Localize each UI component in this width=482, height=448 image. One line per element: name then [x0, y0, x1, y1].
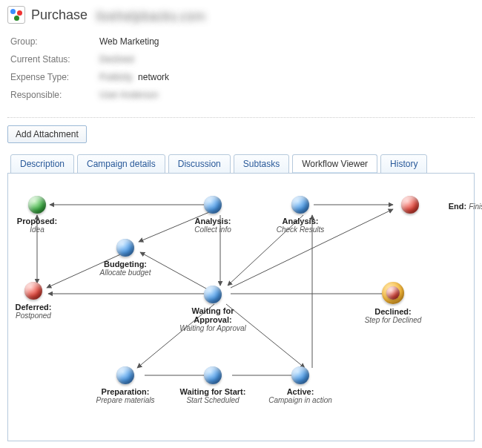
tab-subtasks[interactable]: Subtasks: [234, 154, 289, 174]
add-attachment-button[interactable]: Add Attachment: [7, 125, 87, 143]
field-value-expense-suffix: network: [138, 72, 169, 82]
field-value-group: Web Marketing: [99, 36, 159, 47]
node-ball-declined[interactable]: [382, 282, 404, 304]
node-sub-deferred: Postponed: [0, 312, 70, 320]
node-ball-deferred[interactable]: [24, 282, 42, 300]
node-deferred: Deferred:Postponed: [0, 282, 70, 320]
node-ball-analysis2[interactable]: [291, 196, 309, 214]
node-title-analysis1: Analysis:: [176, 217, 250, 225]
node-title-deferred: Deferred:: [0, 303, 70, 312]
node-ball-waitappr[interactable]: [204, 286, 222, 303]
tab-history[interactable]: History: [380, 154, 427, 174]
node-end: End: Finished: [378, 196, 482, 217]
node-ball-budgeting[interactable]: [116, 239, 134, 257]
svg-line-3: [228, 215, 303, 286]
divider: [7, 117, 475, 118]
svg-line-9: [231, 209, 393, 288]
svg-line-6: [140, 252, 213, 292]
svg-line-11: [137, 304, 214, 368]
tab-workflow[interactable]: Workflow Viewer: [292, 154, 377, 174]
node-sub-declined: Step for Declined: [356, 316, 430, 324]
node-active: Active:Campaign in action: [263, 366, 337, 404]
node-ball-analysis1[interactable]: [204, 196, 222, 214]
page-title-blurred: livehelpbacks.com: [96, 9, 222, 21]
node-title-budgeting: Budgeting:: [88, 260, 162, 269]
node-sub-active: Campaign in action: [263, 396, 337, 404]
node-sub-waitstart: Start Scheduled: [176, 396, 250, 404]
svg-line-5: [139, 211, 213, 242]
svg-line-12: [226, 304, 305, 368]
node-preparation: Preparation:Prepare materials: [88, 366, 162, 404]
node-waitappr: Waiting for Approval:Waiting for Approva…: [176, 286, 250, 332]
field-value-responsible: User Anderson: [99, 90, 158, 100]
node-title-end: End:: [449, 202, 466, 211]
workflow-diagram: Proposed:IdeaAnalysis:Collect infoAnalys…: [11, 181, 471, 426]
tab-description[interactable]: Description: [10, 154, 74, 174]
node-title-preparation: Preparation:: [88, 387, 162, 396]
field-label-responsible: Responsible:: [10, 90, 99, 100]
node-waitstart: Waiting for Start:Start Scheduled: [176, 366, 250, 404]
node-analysis2: Analysis:Check Results: [263, 196, 337, 234]
node-proposed: Proposed:Idea: [0, 196, 74, 234]
node-budgeting: Budgeting:Allocate budget: [88, 239, 162, 277]
node-title-waitappr: Waiting for Approval:: [176, 306, 250, 324]
node-declined: Declined:Step for Declined: [356, 282, 430, 324]
node-ball-active[interactable]: [291, 366, 309, 384]
field-label-status: Current Status:: [10, 54, 99, 65]
node-sub-budgeting: Allocate budget: [88, 269, 162, 277]
node-sub-preparation: Prepare materials: [88, 396, 162, 404]
page-title-row: Purchase livehelpbacks.com: [7, 6, 475, 24]
node-analysis1: Analysis:Collect info: [176, 196, 250, 234]
node-title-analysis2: Analysis:: [263, 217, 337, 225]
page-title: Purchase: [31, 7, 88, 23]
detail-fields: Group: Web Marketing Current Status: Dec…: [10, 33, 475, 104]
svg-line-7: [47, 252, 125, 288]
workflow-app-icon: [7, 6, 25, 24]
field-label-group: Group:: [10, 36, 99, 47]
field-label-expense: Expense Type:: [10, 72, 99, 82]
node-title-declined: Declined:: [356, 307, 430, 316]
node-title-proposed: Proposed:: [0, 217, 74, 225]
tab-bar: DescriptionCampaign detailsDiscussionSub…: [7, 154, 475, 173]
node-sub-end: Finished: [469, 202, 482, 211]
workflow-edges: [11, 181, 471, 426]
tab-campaign[interactable]: Campaign details: [77, 154, 165, 174]
node-title-active: Active:: [263, 387, 337, 396]
node-sub-waitappr: Waiting for Approval: [176, 324, 250, 332]
node-ball-proposed[interactable]: [28, 196, 46, 214]
workflow-viewer-panel: Proposed:IdeaAnalysis:Collect infoAnalys…: [7, 173, 475, 441]
node-sub-analysis1: Collect info: [176, 225, 250, 234]
field-value-expense-blurred: Publicity: [99, 72, 133, 82]
node-sub-analysis2: Check Results: [263, 225, 337, 234]
node-ball-preparation[interactable]: [116, 366, 134, 384]
node-sub-proposed: Idea: [0, 225, 74, 234]
tab-discussion[interactable]: Discussion: [168, 154, 231, 174]
field-value-status: Declined: [99, 54, 134, 65]
node-ball-end[interactable]: [401, 196, 419, 214]
node-ball-waitstart[interactable]: [204, 366, 222, 384]
node-title-waitstart: Waiting for Start:: [176, 387, 250, 396]
